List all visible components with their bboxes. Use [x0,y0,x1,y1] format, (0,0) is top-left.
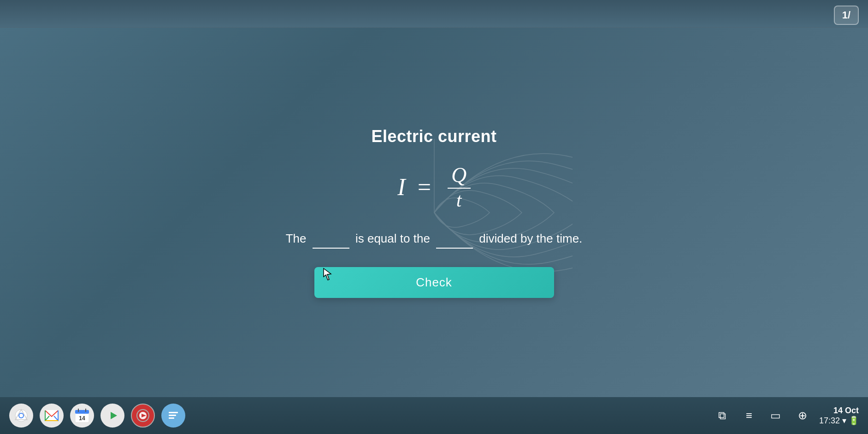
question-part3: divided by the time. [479,232,582,245]
taskbar-time-value: 17:32 [819,416,840,425]
formula-block: I = Q t [397,165,470,210]
main-content: Electric current I = Q t The is equal to… [0,28,868,397]
svg-text:14: 14 [79,415,85,422]
top-bar [0,0,868,28]
wifi-icon: ▾ [842,416,846,425]
question-part1: The [286,232,307,245]
settings-icon[interactable]: ⊕ [792,405,813,426]
taskbar-files-icon[interactable] [161,404,185,428]
svg-point-2 [19,414,23,417]
display-icon[interactable]: ▭ [766,405,786,426]
blank-1 [313,228,349,249]
taskbar-time: 17:32 ▾ 🔋 [819,416,859,426]
blank-2 [436,228,473,249]
taskbar-system: ⧉ ≡ ▭ ⊕ 14 Oct 17:32 ▾ 🔋 [712,405,859,426]
taskbar-apps: 14 [9,404,185,428]
page-counter-text: 1/ [842,9,850,21]
question-text: The is equal to the divided by the time. [286,228,583,249]
formula-fraction: Q t [448,165,471,210]
taskbar-date: 14 Oct [833,406,859,416]
formula-numerator: Q [451,165,466,188]
taskbar-chrome-icon[interactable] [9,404,33,428]
taskbar-play-icon[interactable] [100,404,124,428]
question-part2: is equal to the [355,232,430,245]
check-button[interactable]: Check [314,267,554,298]
battery-icon: 🔋 [849,416,859,425]
svg-rect-5 [75,410,89,414]
svg-rect-17 [169,417,174,419]
formula-denominator: t [456,189,462,210]
tasks-icon[interactable]: ≡ [739,405,759,426]
taskbar-media-icon[interactable] [131,404,155,428]
taskbar-mail-icon[interactable] [40,404,64,428]
formula-equals: = [416,174,432,200]
svg-rect-16 [169,415,176,416]
svg-rect-15 [169,412,178,413]
content-wrapper: Electric current I = Q t The is equal to… [0,127,868,298]
taskbar: 14 ⧉ [0,397,868,434]
card-title: Electric current [371,127,496,146]
page-counter: 1/ [834,6,859,25]
formula-i: I [397,174,405,200]
screenshot-icon[interactable]: ⧉ [712,405,732,426]
datetime-block[interactable]: 14 Oct 17:32 ▾ 🔋 [819,406,859,426]
taskbar-calendar-icon[interactable]: 14 [70,404,94,428]
